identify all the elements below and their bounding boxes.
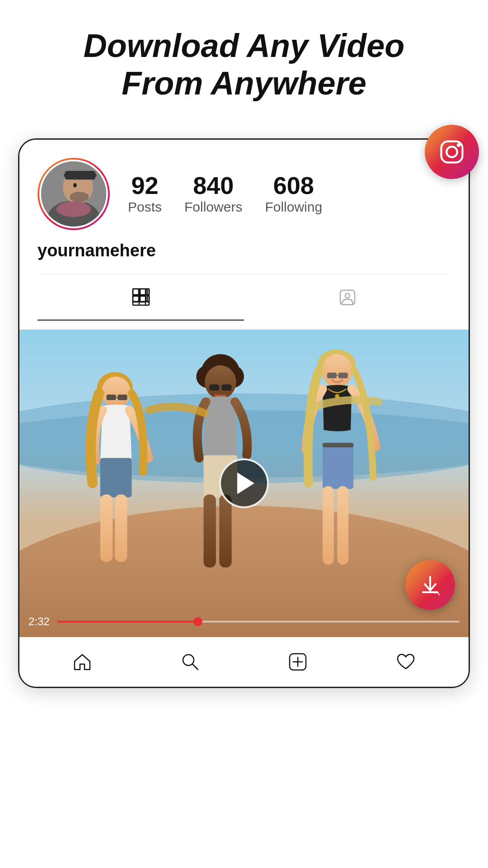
svg-point-10 [73, 183, 77, 188]
svg-rect-56 [323, 444, 353, 489]
svg-rect-38 [115, 494, 127, 561]
svg-rect-58 [323, 486, 334, 565]
followers-stat[interactable]: 840 Followers [184, 173, 242, 215]
followers-count: 840 [193, 173, 234, 198]
svg-point-8 [70, 192, 89, 202]
home-icon [72, 651, 93, 672]
svg-rect-34 [117, 394, 127, 400]
svg-rect-46 [221, 384, 231, 391]
header-section: Download Any Video From Anywhere [0, 0, 488, 120]
instagram-badge[interactable] [425, 125, 479, 179]
following-label: Following [265, 199, 322, 215]
bottom-nav [19, 637, 469, 687]
svg-rect-54 [338, 373, 348, 378]
posts-count: 92 [131, 173, 158, 198]
followers-label: Followers [184, 199, 242, 215]
svg-rect-36 [100, 458, 132, 497]
svg-rect-7 [65, 171, 95, 179]
tagged-icon [338, 288, 357, 307]
username[interactable]: yournamehere [38, 241, 450, 260]
heart-icon [395, 651, 416, 672]
svg-point-44 [205, 365, 236, 399]
nav-add[interactable] [280, 644, 316, 680]
avatar-face [41, 161, 106, 226]
svg-point-2 [457, 143, 461, 147]
svg-rect-33 [107, 394, 116, 400]
profile-section: 92 Posts 840 Followers 608 Following you… [19, 140, 469, 330]
instagram-icon [437, 137, 466, 166]
svg-rect-53 [327, 373, 337, 378]
tab-grid[interactable] [38, 274, 244, 321]
svg-rect-45 [209, 384, 219, 391]
video-section[interactable]: 2:32 [19, 330, 469, 637]
avatar [39, 160, 108, 228]
progress-fill [57, 621, 198, 623]
svg-point-26 [345, 293, 350, 298]
following-stat[interactable]: 608 Following [265, 173, 322, 215]
svg-point-32 [101, 377, 131, 408]
search-icon [180, 651, 201, 672]
svg-rect-59 [337, 486, 348, 565]
tab-tagged[interactable] [244, 274, 450, 321]
tab-bar [38, 274, 450, 321]
svg-rect-49 [204, 494, 216, 567]
svg-point-9 [56, 201, 91, 217]
nav-heart[interactable] [388, 644, 424, 680]
posts-label: Posts [128, 199, 162, 215]
add-icon [287, 651, 308, 672]
avatar-ring [38, 158, 110, 230]
progress-bar-container: 2:32 [28, 615, 460, 628]
posts-stat[interactable]: 92 Posts [128, 173, 162, 215]
video-time: 2:32 [28, 615, 50, 628]
progress-thumb[interactable] [193, 617, 202, 626]
play-button[interactable] [219, 458, 269, 508]
phone-card: 92 Posts 840 Followers 608 Following you… [18, 138, 470, 688]
profile-top: 92 Posts 840 Followers 608 Following [38, 158, 450, 230]
svg-rect-37 [100, 494, 113, 561]
svg-point-1 [446, 146, 457, 157]
svg-rect-11 [133, 289, 139, 295]
header-title: Download Any Video From Anywhere [18, 27, 470, 102]
grid-icon [131, 287, 151, 307]
nav-search[interactable] [172, 644, 208, 680]
avatar-image [41, 160, 106, 228]
nav-home[interactable] [64, 644, 100, 680]
phone-card-wrapper: 92 Posts 840 Followers 608 Following you… [18, 138, 470, 688]
svg-line-62 [192, 664, 198, 670]
svg-rect-50 [219, 494, 231, 567]
progress-track[interactable] [57, 621, 460, 623]
stats-area: 92 Posts 840 Followers 608 Following [128, 173, 322, 215]
download-icon [418, 573, 442, 597]
following-count: 608 [273, 173, 314, 198]
svg-rect-57 [323, 443, 353, 447]
download-badge[interactable] [405, 560, 455, 610]
